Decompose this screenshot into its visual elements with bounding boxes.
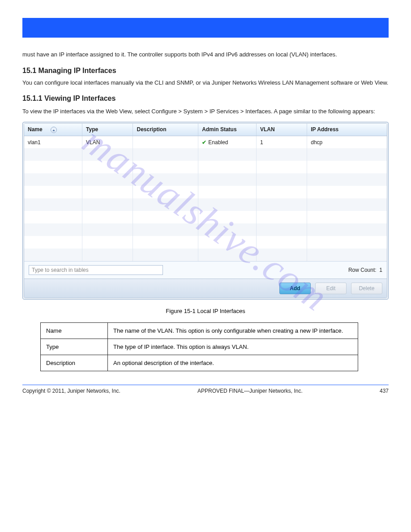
table-row: [24, 173, 387, 186]
page-footer: Copyright © 2011, Juniper Networks, Inc.…: [22, 385, 389, 394]
footer-left: Copyright © 2011, Juniper Networks, Inc.: [22, 388, 120, 394]
table-row: [24, 148, 387, 161]
cell-ip-address: dhcp: [307, 136, 387, 148]
col-name[interactable]: Name: [24, 124, 82, 136]
table-header-row: Name Type Description Admin Status VLAN …: [24, 124, 387, 136]
info-val: The name of the VLAN. This option is onl…: [108, 323, 358, 339]
sort-asc-icon[interactable]: [51, 127, 57, 133]
col-ip-address-label: IP Address: [311, 126, 338, 133]
section-intro: must have an IP interface assigned to it…: [22, 51, 389, 58]
cell-admin-status-text: Enabled: [208, 139, 228, 146]
info-val: An optional description of the interface…: [108, 355, 358, 371]
col-description[interactable]: Description: [133, 124, 198, 136]
table-row: [24, 198, 387, 211]
delete-button[interactable]: Delete: [351, 283, 382, 294]
info-row: Type The type of IP interface. This opti…: [41, 339, 358, 355]
table-row: [24, 186, 387, 198]
row-count-label: Row Count:: [348, 267, 377, 273]
col-vlan-label: VLAN: [260, 126, 275, 133]
search-row: Row Count: 1: [24, 261, 387, 279]
interfaces-table: Name Type Description Admin Status VLAN …: [24, 124, 387, 261]
section-heading: 15.1 Managing IP Interfaces: [22, 67, 389, 75]
info-row: Description An optional description of t…: [41, 355, 358, 371]
info-val: The type of IP interface. This option is…: [108, 339, 358, 355]
col-type[interactable]: Type: [82, 124, 133, 136]
cell-type: VLAN: [82, 136, 133, 148]
interfaces-panel: Name Type Description Admin Status VLAN …: [22, 122, 389, 300]
info-key: Type: [41, 339, 108, 355]
col-type-label: Type: [86, 126, 98, 133]
cell-name: vlan1: [24, 136, 82, 148]
cell-admin-status: ✔Enabled: [198, 136, 257, 148]
header-bar: [22, 18, 389, 38]
col-description-label: Description: [137, 126, 166, 133]
col-ip-address[interactable]: IP Address: [307, 124, 387, 136]
table-row[interactable]: vlan1 VLAN ✔Enabled 1 dhcp: [24, 136, 387, 148]
col-admin-status-label: Admin Status: [202, 126, 236, 133]
info-key: Name: [41, 323, 108, 339]
cell-description: [133, 136, 198, 148]
row-count-value: 1: [379, 267, 382, 273]
search-input[interactable]: [29, 265, 163, 275]
info-table: Name The name of the VLAN. This option i…: [40, 322, 358, 371]
subsection-heading: 15.1.1 Viewing IP Interfaces: [22, 94, 389, 103]
col-name-label: Name: [28, 126, 43, 133]
table-row: [24, 223, 387, 236]
footer-center: APPROVED FINAL—Juniper Networks, Inc.: [120, 388, 380, 394]
row-count: Row Count: 1: [348, 267, 382, 273]
add-button[interactable]: Add: [279, 283, 311, 294]
edit-button[interactable]: Edit: [315, 283, 347, 294]
subsection-body: To view the IP interfaces via the Web Vi…: [22, 107, 389, 116]
table-row: [24, 211, 387, 223]
info-row: Name The name of the VLAN. This option i…: [41, 323, 358, 339]
figure-caption: Figure 15-1 Local IP Interfaces: [22, 308, 389, 314]
check-icon: ✔: [202, 139, 206, 146]
cell-vlan: 1: [256, 136, 307, 148]
info-key: Description: [41, 355, 108, 371]
button-row: Add Edit Delete: [24, 279, 387, 298]
col-vlan[interactable]: VLAN: [256, 124, 307, 136]
col-admin-status[interactable]: Admin Status: [198, 124, 257, 136]
section-body-1: You can configure local interfaces manua…: [22, 78, 389, 87]
table-row: [24, 161, 387, 173]
interfaces-grid: Name Type Description Admin Status VLAN …: [24, 123, 387, 298]
table-row: [24, 236, 387, 249]
footer-right: 437: [380, 388, 389, 394]
table-row: [24, 249, 387, 261]
